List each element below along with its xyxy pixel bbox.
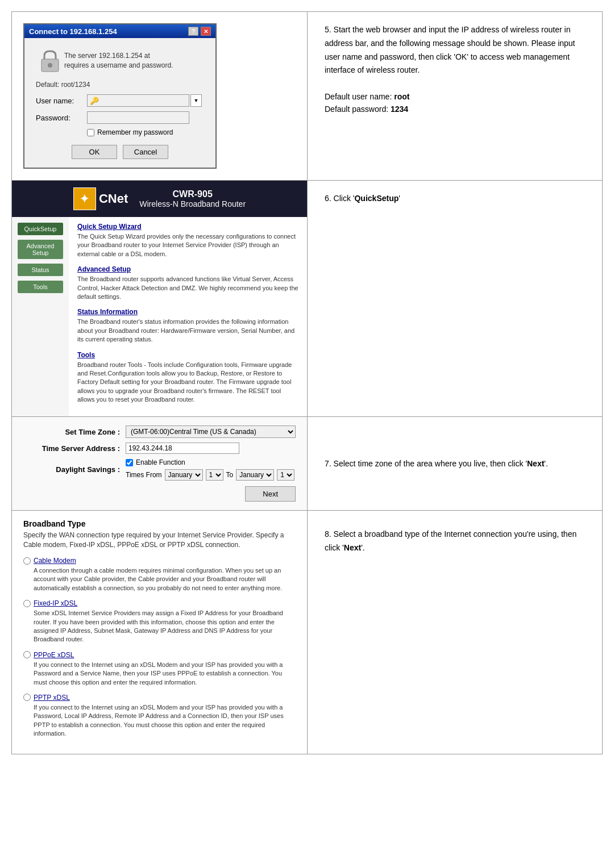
- to-day-select[interactable]: 1: [277, 469, 294, 481]
- cable-modem-label: Cable Modem: [34, 557, 76, 565]
- set-timezone-label: Set Time Zone :: [23, 428, 126, 436]
- router-title: CWR-905 Wireless-N Broadband Router: [139, 189, 246, 208]
- nav-status[interactable]: Status: [18, 264, 63, 276]
- step7-body: Select time zone of the area where you l…: [334, 459, 548, 468]
- logo-symbol: ✦: [80, 192, 89, 206]
- step7-instruction: 7. Select time zone of the area where yo…: [308, 417, 602, 510]
- username-row: User name: 🔑 ▼: [36, 94, 204, 107]
- to-label: To: [226, 471, 234, 479]
- enable-function-row: Enable Function: [126, 458, 294, 466]
- username-input-wrapper: 🔑 ▼: [87, 94, 202, 107]
- content-advanced-desc: The Broadband router supports advanced f…: [77, 275, 298, 301]
- step5-text: 5. Start the web browser and input the I…: [325, 23, 585, 77]
- pptp-title-row: PPTP xDSL: [23, 694, 296, 702]
- step8-instruction: 8. Select a broadband type of the Intern…: [308, 511, 602, 753]
- dialog-body: The server 192.168.1.254 atrequires a us…: [24, 38, 215, 168]
- timezone-select[interactable]: (GMT-06:00)Central Time (US & Canada): [126, 425, 296, 438]
- content-tools-desc: Broadband router Tools - Tools include C…: [77, 361, 298, 404]
- step8-text: 8. Select a broadband type of the Intern…: [325, 528, 585, 555]
- section-router-ui: ✦ CNet CWR-905 Wireless-N Broadband Rout…: [12, 181, 602, 417]
- pppoe-label: PPPoE xDSL: [34, 651, 74, 659]
- section-broadband: Broadband Type Specify the WAN connectio…: [12, 511, 602, 753]
- step5-instruction: 5. Start the web browser and input the I…: [308, 12, 602, 180]
- ok-button[interactable]: OK: [72, 145, 117, 159]
- daylight-times-row: Times From January 1 To January 1: [126, 469, 294, 481]
- close-button[interactable]: ✕: [201, 27, 211, 36]
- enable-label: Enable Function: [136, 458, 185, 466]
- username-label: User name:: [36, 97, 87, 105]
- fixed-ip-title-row: Fixed-IP xDSL: [23, 599, 296, 607]
- step6-body: Click 'QuickSetup': [334, 194, 400, 203]
- cable-modem-title-row: Cable Modem: [23, 557, 296, 565]
- dialog-area: Connect to 192.168.1.254 ? ✕: [12, 12, 308, 180]
- svg-point-1: [48, 63, 52, 68]
- nav-quicksetup[interactable]: QuickSetup: [18, 223, 63, 235]
- timezone-row: Set Time Zone : (GMT-06:00)Central Time …: [23, 425, 296, 438]
- default-username-label: Default user name:: [325, 92, 392, 101]
- broadband-title: Broadband Type: [23, 519, 296, 528]
- step7-number: 7.: [325, 459, 331, 468]
- router-subtitle: Wireless-N Broadband Router: [139, 199, 246, 208]
- fixed-ip-label: Fixed-IP xDSL: [34, 599, 77, 607]
- default-password-label: Default password:: [325, 105, 388, 114]
- password-input-wrapper: [87, 111, 189, 124]
- fixed-ip-radio[interactable]: [23, 600, 31, 607]
- next-button-row: Next: [23, 486, 296, 502]
- content-tools: Tools Broadband router Tools - Tools inc…: [77, 351, 298, 404]
- content-status: Status Information The Broadband router'…: [77, 308, 298, 344]
- nav-tools[interactable]: Tools: [18, 281, 63, 293]
- dialog-buttons: OK Cancel: [36, 145, 204, 159]
- step6-text: 6. Click 'QuickSetup': [325, 192, 585, 206]
- cnet-logo: ✦ CNet: [73, 187, 128, 210]
- username-dropdown[interactable]: ▼: [190, 94, 202, 107]
- content-status-desc: The Broadband router's status informatio…: [77, 318, 298, 344]
- cable-modem-radio[interactable]: [23, 557, 31, 565]
- broadband-desc: Specify the WAN connection type required…: [23, 531, 296, 550]
- time-server-input[interactable]: [126, 443, 239, 454]
- step6-instruction: 6. Click 'QuickSetup': [308, 181, 602, 416]
- times-from-label: Times From: [126, 471, 162, 479]
- from-day-select[interactable]: 1: [206, 469, 223, 481]
- pptp-label: PPTP xDSL: [34, 694, 70, 702]
- dialog-title: Connect to 192.168.1.254: [29, 27, 117, 36]
- timezone-panel: Set Time Zone : (GMT-06:00)Central Time …: [12, 417, 308, 510]
- content-tools-title: Tools: [77, 351, 298, 359]
- broadband-panel: Broadband Type Specify the WAN connectio…: [12, 511, 308, 753]
- cable-modem-desc: A connection through a cable modem requi…: [34, 566, 296, 592]
- username-input[interactable]: 🔑: [87, 94, 189, 107]
- content-quicksetup-title: Quick Setup Wizard: [77, 223, 298, 231]
- content-quicksetup: Quick Setup Wizard The Quick Setup Wizar…: [77, 223, 298, 258]
- content-advanced-title: Advanced Setup: [77, 265, 298, 273]
- cnet-brand-text: CNet: [99, 191, 128, 206]
- password-row: Password:: [36, 111, 204, 124]
- content-advanced: Advanced Setup The Broadband router supp…: [77, 265, 298, 301]
- broadband-cable-modem: Cable Modem A connection through a cable…: [23, 557, 296, 592]
- broadband-fixed-ip: Fixed-IP xDSL Some xDSL Internet Service…: [23, 599, 296, 644]
- remember-label: Remember my password: [97, 128, 173, 136]
- step8-number: 8.: [325, 529, 331, 539]
- pppoe-radio[interactable]: [23, 651, 31, 658]
- icon-area: The server 192.168.1.254 atrequires a us…: [36, 47, 204, 75]
- default-username-value: root: [394, 92, 409, 101]
- password-input[interactable]: [87, 111, 189, 124]
- pptp-desc: If you connect to the Internet using an …: [34, 703, 296, 738]
- nav-advanced-setup[interactable]: Advanced Setup: [18, 240, 63, 259]
- enable-checkbox[interactable]: [126, 459, 133, 466]
- dialog-titlebar: Connect to 192.168.1.254 ? ✕: [24, 24, 215, 38]
- cancel-button[interactable]: Cancel: [123, 145, 168, 159]
- router-panel: ✦ CNet CWR-905 Wireless-N Broadband Rout…: [12, 181, 308, 416]
- section-connect-dialog: Connect to 192.168.1.254 ? ✕: [12, 12, 602, 181]
- step5-body: Start the web browser and input the IP a…: [325, 25, 575, 74]
- help-button[interactable]: ?: [188, 27, 198, 36]
- pppoe-desc: If you connect to the Internet using an …: [34, 661, 296, 687]
- section-timezone: Set Time Zone : (GMT-06:00)Central Time …: [12, 417, 602, 511]
- remember-checkbox[interactable]: [87, 129, 94, 136]
- to-month-select[interactable]: January: [236, 469, 274, 481]
- default-credentials: Default: root/1234: [36, 81, 204, 89]
- next-button[interactable]: Next: [245, 486, 296, 502]
- password-label: Password:: [36, 114, 87, 122]
- step5-number: 5.: [325, 25, 331, 34]
- pptp-radio[interactable]: [23, 694, 31, 701]
- from-month-select[interactable]: January: [165, 469, 203, 481]
- connect-dialog: Connect to 192.168.1.254 ? ✕: [23, 23, 217, 169]
